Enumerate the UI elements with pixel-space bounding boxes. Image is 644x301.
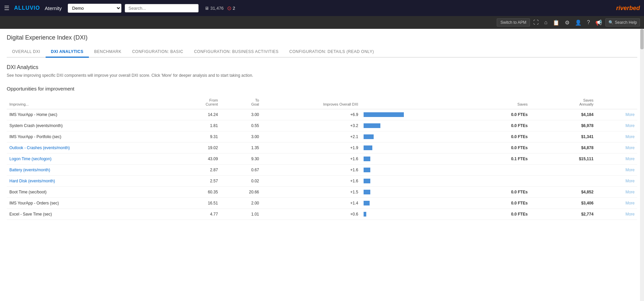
settings-icon[interactable]: ⚙ — [563, 18, 572, 27]
row-name: IMS YourApp - Home (sec) — [7, 109, 171, 120]
row-to: 1.35 — [221, 142, 262, 154]
col-header-bar — [361, 97, 473, 109]
row-name: IMS YourApp - Orders (sec) — [7, 198, 171, 209]
col-header-to: ToGoal — [221, 97, 262, 109]
row-more[interactable]: More — [596, 165, 637, 176]
table-row: Boot Time (sec/boot)60.3520.66+1.50.0 FT… — [7, 187, 637, 198]
row-name[interactable]: Logon Time (sec/logon) — [7, 154, 171, 165]
row-saves-annually: $4,852 — [530, 187, 596, 198]
row-to: 3.00 — [221, 131, 262, 142]
row-from: 4.77 — [171, 209, 221, 220]
row-from: 16.51 — [171, 198, 221, 209]
help-icon[interactable]: ? — [585, 18, 592, 27]
row-from: 43.09 — [171, 154, 221, 165]
monitor-icon: 🖥 — [205, 6, 209, 11]
row-bar — [361, 198, 473, 209]
search-help-button[interactable]: 🔍 Search Help — [605, 18, 640, 26]
tab-overall-dxi[interactable]: OVERALL DXI — [7, 47, 46, 58]
row-more[interactable]: More — [596, 154, 637, 165]
tab-config-details[interactable]: CONFIGURATION: DETAILS (READ ONLY) — [284, 47, 379, 58]
tab-benchmark[interactable]: BENCHMARK — [89, 47, 127, 58]
row-bar — [361, 187, 473, 198]
row-saves-annually: $3,406 — [530, 198, 596, 209]
tab-config-basic[interactable]: CONFIGURATION: BASIC — [127, 47, 189, 58]
col-header-from: FromCurrent — [171, 97, 221, 109]
row-from: 19.02 — [171, 142, 221, 154]
row-more[interactable]: More — [596, 109, 637, 120]
table-row: Logon Time (sec/logon)43.099.30+1.60.1 F… — [7, 154, 637, 165]
table-row: IMS YourApp - Orders (sec)16.512.00+1.40… — [7, 198, 637, 209]
row-more[interactable]: More — [596, 209, 637, 220]
row-saves-annually: $15,111 — [530, 154, 596, 165]
row-name[interactable]: Outlook - Crashes (events/month) — [7, 142, 171, 154]
tab-config-business[interactable]: CONFIGURATION: BUSINESS ACTIVITIES — [189, 47, 284, 58]
row-saves — [473, 176, 530, 187]
row-from: 2.57 — [171, 176, 221, 187]
demo-select[interactable]: Demo — [68, 4, 121, 13]
row-bar — [361, 154, 473, 165]
row-saves-annually: $4,878 — [530, 142, 596, 154]
row-to: 2.00 — [221, 198, 262, 209]
home-icon[interactable]: ⌂ — [542, 18, 549, 27]
row-from: 2.87 — [171, 165, 221, 176]
row-from: 9.31 — [171, 131, 221, 142]
fullscreen-icon[interactable]: ⛶ — [531, 18, 541, 27]
table-row: Outlook - Crashes (events/month)19.021.3… — [7, 142, 637, 154]
row-bar — [361, 209, 473, 220]
col-header-saves: Saves — [473, 97, 530, 109]
row-to: 1.01 — [221, 209, 262, 220]
announce-icon[interactable]: 📢 — [593, 18, 604, 27]
col-header-saves-annually: SavesAnnually — [530, 97, 596, 109]
row-more[interactable]: More — [596, 198, 637, 209]
row-name[interactable]: Battery (events/month) — [7, 165, 171, 176]
user-icon[interactable]: 👤 — [573, 18, 584, 27]
col-header-improves: Improves Overall DXI — [262, 97, 361, 109]
share-icon[interactable]: 📋 — [551, 18, 561, 27]
hamburger-icon[interactable]: ☰ — [4, 4, 9, 12]
row-more[interactable]: More — [596, 142, 637, 154]
row-improves: +2.1 — [262, 131, 361, 142]
row-more[interactable]: More — [596, 187, 637, 198]
row-name: Boot Time (sec/boot) — [7, 187, 171, 198]
page-title: Digital Experience Index (DXI) — [7, 34, 637, 41]
row-to: 0.55 — [221, 120, 262, 131]
row-bar — [361, 176, 473, 187]
row-saves: 0.0 FTEs — [473, 198, 530, 209]
secondary-toolbar: Switch to APM ⛶ ⌂ 📋 ⚙ 👤 ? 📢 🔍 Search Hel… — [0, 16, 644, 29]
row-more[interactable]: More — [596, 176, 637, 187]
analytics-description: See how improving specific DXI component… — [7, 73, 637, 78]
row-to: 3.00 — [221, 109, 262, 120]
monitor-count: 🖥 31,476 — [205, 6, 224, 11]
search-input[interactable] — [125, 4, 199, 12]
switch-apm-button[interactable]: Switch to APM — [497, 18, 530, 26]
row-more[interactable]: More — [596, 120, 637, 131]
row-saves: 0.0 FTEs — [473, 142, 530, 154]
row-to: 0.02 — [221, 176, 262, 187]
scrollbar-track[interactable] — [640, 29, 644, 301]
brand-alluvio: ALLUVIO — [14, 5, 40, 11]
tab-dxi-analytics[interactable]: DXI ANALYTICS — [46, 47, 89, 58]
row-bar — [361, 109, 473, 120]
row-more[interactable]: More — [596, 131, 637, 142]
row-name: Excel - Save Time (sec) — [7, 209, 171, 220]
row-name[interactable]: Hard Disk (events/month) — [7, 176, 171, 187]
page-content: Digital Experience Index (DXI) OVERALL D… — [0, 29, 644, 301]
row-saves: 0.0 FTEs — [473, 187, 530, 198]
table-row: Battery (events/month)2.870.67+1.6More — [7, 165, 637, 176]
brand-aternity: Aternity — [45, 5, 62, 11]
row-saves-annually: $4,184 — [530, 109, 596, 120]
row-saves: 0.0 FTEs — [473, 131, 530, 142]
row-saves-annually: $1,341 — [530, 131, 596, 142]
row-to: 0.67 — [221, 165, 262, 176]
alert-count: ⊙ 2 — [227, 5, 235, 11]
opportunities-table: Improving... FromCurrent ToGoal Improves… — [7, 97, 637, 220]
row-saves-annually — [530, 165, 596, 176]
row-bar — [361, 120, 473, 131]
row-saves: 0.0 FTEs — [473, 209, 530, 220]
row-saves-annually: $2,774 — [530, 209, 596, 220]
row-to: 20.66 — [221, 187, 262, 198]
scrollbar-thumb[interactable] — [640, 29, 644, 49]
row-saves — [473, 165, 530, 176]
table-row: IMS YourApp - Home (sec)14.243.00+6.90.0… — [7, 109, 637, 120]
row-from: 14.24 — [171, 109, 221, 120]
